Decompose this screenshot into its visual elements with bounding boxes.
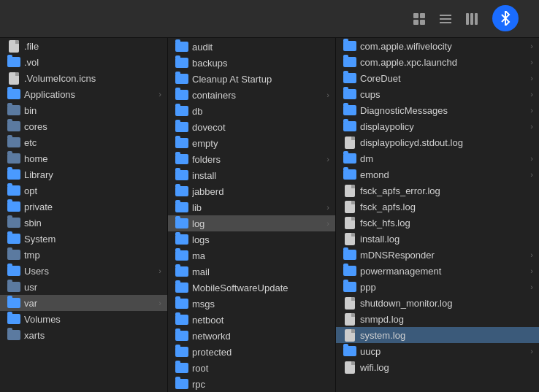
list-item[interactable]: bin	[0, 102, 167, 118]
list-item[interactable]: audit	[168, 39, 335, 55]
list-item[interactable]: uucp›	[336, 343, 539, 359]
list-item[interactable]: mail	[168, 264, 335, 280]
list-item[interactable]: logs	[168, 231, 335, 247]
list-item[interactable]: msgs	[168, 296, 335, 312]
list-item[interactable]: mDNSResponder›	[336, 247, 539, 263]
item-name: logs	[192, 234, 329, 245]
list-item[interactable]: Cleanup At Startup	[168, 71, 335, 87]
grid-view-icon[interactable]	[409, 9, 429, 29]
list-item[interactable]: backups	[168, 55, 335, 71]
list-item[interactable]: dm›	[336, 150, 539, 166]
list-item[interactable]: cores	[0, 118, 167, 134]
list-item[interactable]: system.log	[336, 327, 539, 343]
chevron-icon: ›	[530, 347, 533, 356]
list-item[interactable]: dovecot	[168, 119, 335, 135]
list-item[interactable]: .file	[0, 38, 167, 54]
list-item[interactable]: com.apple.xpc.launchd›	[336, 54, 539, 70]
folder-icon	[175, 378, 188, 390]
list-item[interactable]: com.apple.wifivelocity›	[336, 38, 539, 54]
list-item[interactable]: jabberd	[168, 183, 335, 199]
list-item[interactable]: DiagnosticMessages›	[336, 102, 539, 118]
list-item[interactable]: displaypolicyd.stdout.log	[336, 134, 539, 150]
item-name: dm	[360, 153, 527, 164]
list-item[interactable]: Volumes	[0, 311, 167, 327]
toolbar-right	[409, 5, 532, 33]
list-item[interactable]: sbin	[0, 215, 167, 231]
svg-rect-3	[420, 20, 425, 25]
list-item[interactable]: protected	[168, 344, 335, 360]
folder-icon	[343, 56, 356, 68]
list-item[interactable]: Library	[0, 166, 167, 182]
item-name: .vol	[24, 57, 161, 68]
list-item[interactable]: fsck_apfs.log	[336, 199, 539, 215]
list-item[interactable]: Users›	[0, 263, 167, 279]
list-item[interactable]: Applications›	[0, 86, 167, 102]
folder-icon	[175, 121, 188, 133]
list-item[interactable]: wifi.log	[336, 359, 539, 375]
chevron-icon: ›	[530, 58, 533, 66]
svg-rect-0	[413, 13, 418, 18]
finder-window: .file.vol.VolumeIcon.icnsApplications›bi…	[0, 0, 539, 392]
list-item[interactable]: usr	[0, 279, 167, 295]
folder-icon	[175, 314, 188, 326]
list-item[interactable]: emond›	[336, 166, 539, 182]
list-item[interactable]: fsck_hfs.log	[336, 215, 539, 231]
list-item[interactable]: rpc	[168, 376, 335, 392]
forward-button[interactable]	[19, 18, 28, 20]
list-item[interactable]: cups›	[336, 86, 539, 102]
item-name: com.apple.wifivelocity	[360, 41, 527, 52]
list-item[interactable]: private	[0, 199, 167, 215]
list-item[interactable]: xarts	[0, 327, 167, 343]
list-item[interactable]: opt	[0, 182, 167, 199]
item-name: emond	[360, 169, 527, 180]
list-item[interactable]: folders›	[168, 151, 335, 167]
list-item[interactable]: powermanagement›	[336, 263, 539, 279]
list-item[interactable]: displaypolicy›	[336, 118, 539, 134]
list-item[interactable]: .VolumeIcon.icns	[0, 70, 167, 86]
list-item[interactable]: ma	[168, 247, 335, 264]
list-item[interactable]: containers›	[168, 87, 335, 103]
list-item[interactable]: root	[168, 360, 335, 376]
list-item[interactable]: empty	[168, 135, 335, 151]
list-view-icon[interactable]	[435, 9, 456, 29]
file-icon	[343, 329, 356, 341]
list-item[interactable]: netboot	[168, 312, 335, 328]
list-item[interactable]: install.log	[336, 231, 539, 247]
list-item[interactable]: shutdown_monitor.log	[336, 295, 539, 311]
folder-icon	[175, 266, 188, 277]
file-icon	[343, 233, 356, 245]
item-name: lib	[192, 202, 324, 213]
list-item[interactable]: tmp	[0, 247, 167, 263]
list-item[interactable]: etc	[0, 134, 167, 150]
item-name: Cleanup At Startup	[192, 74, 329, 85]
chevron-icon: ›	[530, 122, 533, 131]
list-item[interactable]: lib›	[168, 199, 335, 215]
item-name: shutdown_monitor.log	[360, 298, 533, 309]
item-name: backups	[192, 58, 329, 69]
bluetooth-button[interactable]	[492, 5, 519, 33]
list-item[interactable]: snmpd.log	[336, 311, 539, 327]
list-item[interactable]: var›	[0, 295, 167, 311]
item-name: sbin	[24, 218, 161, 228]
item-name: wifi.log	[360, 362, 533, 373]
item-name: cores	[24, 121, 161, 132]
item-name: protected	[192, 347, 329, 358]
list-item[interactable]: .vol	[0, 54, 167, 70]
list-item[interactable]: MobileSoftwareUpdate	[168, 280, 335, 296]
list-item[interactable]: networkd	[168, 328, 335, 344]
file-icon	[343, 313, 356, 325]
back-button[interactable]	[7, 18, 16, 20]
columns-view-icon[interactable]	[462, 9, 482, 29]
chevron-icon: ›	[326, 91, 329, 99]
list-item[interactable]: ppp›	[336, 279, 539, 295]
list-item[interactable]: System	[0, 231, 167, 247]
item-name: install	[192, 170, 329, 181]
list-item[interactable]: home	[0, 150, 167, 166]
list-item[interactable]: fsck_apfs_error.log	[336, 182, 539, 199]
item-name: powermanagement	[360, 266, 527, 277]
list-item[interactable]: install	[168, 167, 335, 183]
list-item[interactable]: log›	[168, 215, 335, 231]
list-item[interactable]: CoreDuet›	[336, 70, 539, 86]
list-item[interactable]: db	[168, 103, 335, 119]
folder-icon	[175, 298, 188, 310]
